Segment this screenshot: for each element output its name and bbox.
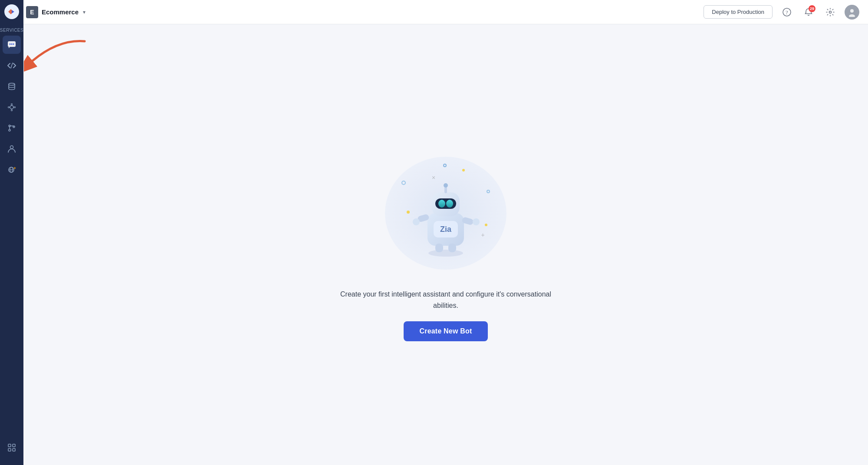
globe-sparkle-icon — [7, 165, 16, 175]
topbar: E Ecommerce ▾ Deploy to Production ? 29 — [0, 0, 868, 24]
robot-svg: Zia — [411, 170, 480, 257]
svg-point-14 — [11, 110, 13, 111]
sidebar-bottom — [3, 437, 21, 465]
database-icon — [7, 82, 16, 91]
svg-rect-32 — [13, 449, 15, 451]
svg-point-42 — [444, 183, 448, 188]
services-label: Services — [0, 28, 23, 33]
help-button[interactable]: ? — [779, 5, 794, 20]
notifications-button[interactable]: 29 — [801, 5, 816, 20]
brand-name: Ecommerce — [42, 8, 79, 16]
robot-illustration: × + + Zia — [376, 148, 515, 278]
sidebar-item-grid[interactable] — [3, 439, 21, 457]
float-plus-2: + — [481, 231, 484, 238]
main-content: × + + Zia — [23, 24, 868, 465]
svg-point-12 — [10, 106, 13, 109]
brand-letter: E — [26, 6, 38, 18]
sidebar: Services — [0, 0, 23, 465]
sidebar-item-brain[interactable] — [3, 98, 21, 116]
empty-state-description: Create your first intelligent assistant … — [333, 289, 559, 311]
gear-icon — [826, 8, 835, 16]
svg-point-46 — [473, 218, 480, 225]
empty-state: × + + Zia — [333, 148, 559, 341]
float-dot-3 — [443, 164, 447, 167]
float-dot-1 — [401, 181, 406, 185]
sidebar-item-globe[interactable] — [3, 161, 21, 179]
svg-point-4 — [849, 14, 855, 17]
svg-rect-48 — [448, 244, 456, 252]
create-new-bot-button[interactable]: Create New Bot — [404, 321, 487, 341]
topbar-right: Deploy to Production ? 29 — [704, 5, 859, 20]
sidebar-item-chat[interactable] — [3, 36, 21, 54]
settings-button[interactable] — [823, 5, 838, 20]
svg-point-3 — [850, 9, 854, 13]
person-icon — [7, 144, 16, 154]
user-avatar[interactable] — [845, 5, 859, 20]
topbar-left: E Ecommerce ▾ — [26, 6, 85, 18]
svg-point-33 — [428, 250, 463, 257]
help-icon: ? — [783, 8, 791, 16]
svg-text:?: ? — [786, 9, 788, 16]
svg-rect-47 — [435, 244, 443, 252]
svg-point-40 — [446, 200, 453, 208]
svg-point-22 — [9, 129, 10, 131]
svg-point-11 — [9, 83, 15, 86]
svg-text:Zia: Zia — [440, 225, 452, 234]
svg-point-13 — [11, 104, 13, 105]
deploy-to-production-button[interactable]: Deploy to Production — [704, 5, 773, 19]
app-logo[interactable] — [4, 4, 19, 19]
svg-point-16 — [14, 107, 16, 108]
chat-icon — [7, 40, 16, 49]
sidebar-item-person[interactable] — [3, 140, 21, 158]
svg-point-2 — [829, 11, 832, 13]
svg-point-15 — [8, 107, 10, 108]
sidebar-item-database[interactable] — [3, 77, 21, 96]
svg-point-9 — [13, 43, 14, 45]
svg-line-10 — [11, 63, 13, 68]
svg-point-8 — [11, 43, 13, 45]
brain-icon — [7, 102, 16, 112]
brand-dropdown-icon[interactable]: ▾ — [83, 9, 85, 15]
svg-point-25 — [10, 146, 13, 149]
svg-point-44 — [413, 218, 420, 225]
sidebar-item-git[interactable] — [3, 119, 21, 137]
svg-rect-31 — [8, 449, 11, 451]
sidebar-item-code[interactable] — [3, 56, 21, 75]
grid-icon — [7, 443, 16, 452]
svg-rect-29 — [8, 444, 11, 447]
code-icon — [7, 61, 16, 70]
svg-rect-30 — [13, 444, 15, 447]
svg-point-7 — [10, 43, 11, 45]
svg-point-39 — [438, 200, 445, 208]
float-dot-6 — [485, 224, 487, 226]
notification-badge: 29 — [809, 5, 815, 12]
git-icon — [7, 123, 16, 133]
